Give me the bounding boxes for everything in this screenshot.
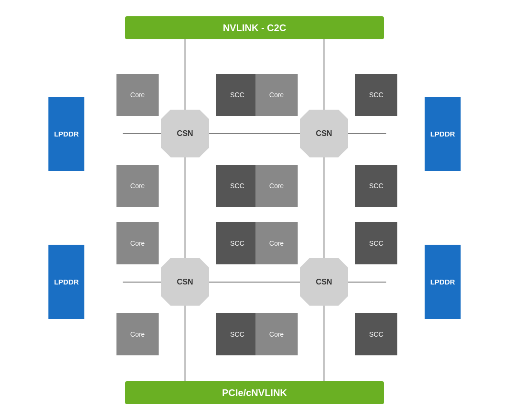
- scc-bottomleft-top: SCC: [216, 222, 258, 264]
- core-topleft-bottom: Core: [116, 165, 159, 207]
- nvlink-bar: NVLINK - C2C: [125, 16, 384, 39]
- scc-topright-bottom: SCC: [355, 165, 397, 207]
- scc-bottomright-bottom: SCC: [355, 313, 397, 355]
- scc-topleft-bottom: SCC: [216, 165, 258, 207]
- lpddr-right-top: LPDDR: [425, 97, 461, 171]
- diagram-container: NVLINK - C2C PCIe/cNVLINK LPDDR LPDDR LP…: [39, 11, 470, 409]
- scc-topright-top: SCC: [355, 74, 397, 116]
- scc-bottomright-top: SCC: [355, 222, 397, 264]
- scc-topleft-top: SCC: [216, 74, 258, 116]
- csn-top-right: CSN: [300, 110, 348, 158]
- lpddr-right-bottom: LPDDR: [425, 245, 461, 319]
- core-bottomright-bottom: Core: [255, 313, 298, 355]
- core-bottomleft-top: Core: [116, 222, 159, 264]
- pcie-bar: PCIe/cNVLINK: [125, 381, 384, 404]
- csn-top-left: CSN: [161, 110, 209, 158]
- core-bottomleft-bottom: Core: [116, 313, 159, 355]
- scc-bottomleft-bottom: SCC: [216, 313, 258, 355]
- core-topright-bottom: Core: [255, 165, 298, 207]
- lpddr-left-top: LPDDR: [48, 97, 84, 171]
- lpddr-left-bottom: LPDDR: [48, 245, 84, 319]
- core-topleft-top: Core: [116, 74, 159, 116]
- csn-bottom-right: CSN: [300, 258, 348, 306]
- csn-bottom-left: CSN: [161, 258, 209, 306]
- core-topright-top: Core: [255, 74, 298, 116]
- core-bottomright-top: Core: [255, 222, 298, 264]
